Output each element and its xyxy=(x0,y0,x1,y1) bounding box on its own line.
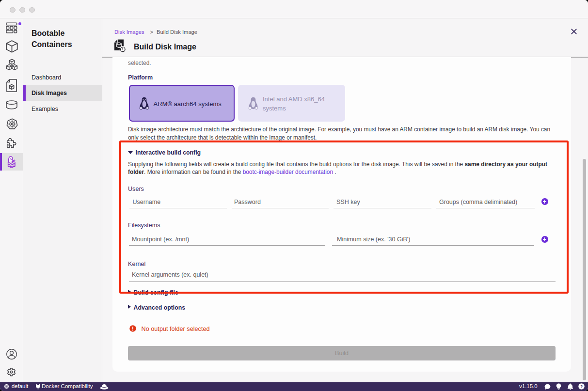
svg-text:?: ? xyxy=(580,384,582,389)
